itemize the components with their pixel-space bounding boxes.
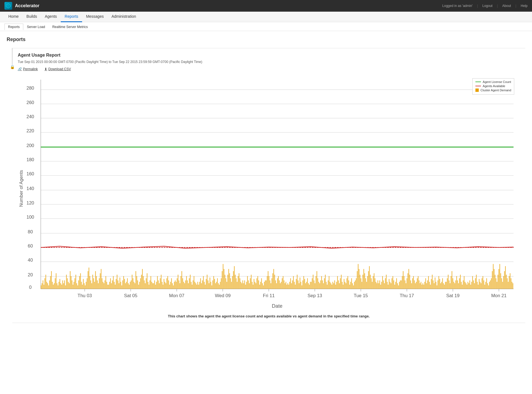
svg-rect-357 [358,264,358,289]
svg-rect-83 [101,269,101,289]
svg-rect-117 [133,278,133,289]
svg-rect-364 [364,273,365,289]
svg-rect-20 [42,283,42,289]
svg-rect-202 [212,280,213,289]
svg-rect-472 [466,283,466,289]
svg-rect-215 [225,275,225,289]
report-title: Agent Usage Report [18,53,520,58]
svg-rect-456 [451,276,451,289]
svg-rect-306 [310,282,311,289]
y-tick-120: 120 [26,200,34,206]
svg-rect-440 [436,282,436,289]
svg-rect-109 [125,283,126,289]
chart-caption: This chart shows the agent the agent lic… [18,314,520,318]
svg-rect-457 [452,271,452,289]
svg-rect-174 [186,276,187,289]
svg-rect-269 [275,280,276,289]
svg-rect-93 [110,278,111,289]
svg-rect-445 [440,283,441,289]
svg-rect-419 [416,282,417,289]
svg-rect-394 [392,276,393,289]
svg-rect-410 [407,273,408,289]
svg-rect-41 [61,285,62,289]
svg-rect-79 [97,280,98,289]
svg-rect-422 [419,280,419,289]
y-tick-80: 80 [28,229,33,234]
svg-rect-78 [96,276,97,289]
logout-link[interactable]: Logout [482,4,493,8]
svg-rect-277 [283,276,283,289]
svg-rect-208 [218,283,219,289]
svg-rect-266 [272,273,273,289]
download-csv-link[interactable]: ⬇ Download CSV [44,67,71,71]
nav-reports[interactable]: Reports [61,12,82,22]
svg-rect-328 [331,283,331,289]
nav-builds[interactable]: Builds [22,12,41,22]
svg-rect-395 [394,280,394,289]
svg-rect-348 [349,285,350,289]
legend-license: Agent License Count [475,80,511,84]
svg-rect-205 [215,283,216,289]
svg-rect-147 [161,275,161,289]
svg-rect-197 [208,280,208,289]
svg-rect-314 [318,278,318,289]
svg-rect-504 [496,278,496,289]
nav-administration[interactable]: Administration [108,12,140,22]
svg-rect-353 [354,282,354,289]
svg-rect-21 [43,280,43,289]
nav-agents[interactable]: Agents [41,12,61,22]
svg-rect-379 [378,283,379,289]
svg-rect-124 [139,282,140,289]
svg-rect-506 [498,275,498,289]
svg-rect-262 [269,276,269,289]
svg-rect-222 [231,282,232,289]
svg-rect-299 [303,276,304,289]
permalink-link[interactable]: 🔗 Permalink [18,67,38,71]
svg-rect-38 [59,282,59,289]
svg-rect-110 [126,282,127,289]
svg-rect-250 [257,276,258,289]
svg-rect-450 [445,282,445,289]
svg-rect-385 [384,283,385,289]
svg-rect-81 [99,278,100,289]
svg-rect-51 [71,276,71,289]
svg-rect-508 [500,264,500,289]
svg-rect-158 [171,278,172,289]
svg-rect-475 [468,283,469,289]
svg-rect-133 [148,282,148,289]
svg-rect-236 [244,280,245,289]
svg-rect-414 [411,283,412,289]
nav-messages[interactable]: Messages [82,12,108,22]
subnav-reports[interactable]: Reports [4,24,23,30]
svg-rect-387 [386,275,386,289]
svg-rect-307 [311,282,311,289]
subnav-server-load[interactable]: Server Load [23,24,49,30]
svg-rect-80 [98,283,98,289]
svg-rect-90 [107,285,108,289]
svg-rect-265 [272,278,272,289]
help-link[interactable]: Help [521,4,528,8]
svg-rect-376 [376,282,376,289]
svg-rect-319 [322,280,323,289]
nav-home[interactable]: Home [4,12,22,22]
svg-rect-204 [214,279,215,289]
svg-rect-63 [82,285,83,289]
svg-rect-372 [372,282,373,289]
svg-rect-229 [238,276,238,289]
svg-rect-195 [206,279,206,289]
svg-rect-465 [459,278,460,289]
svg-rect-355 [356,278,356,289]
svg-rect-493 [485,282,486,289]
subnav-realtime-metrics[interactable]: Realtime Server Metrics [49,24,91,30]
svg-rect-272 [278,276,279,289]
svg-rect-214 [224,269,224,289]
svg-rect-371 [371,278,371,289]
svg-rect-287 [292,280,293,289]
svg-rect-200 [211,282,211,289]
about-link[interactable]: About [502,4,511,8]
svg-rect-122 [137,280,138,289]
legend-available: Agents Available [475,84,511,88]
svg-rect-43 [63,283,64,289]
svg-rect-25 [46,282,47,289]
svg-rect-311 [315,283,315,289]
